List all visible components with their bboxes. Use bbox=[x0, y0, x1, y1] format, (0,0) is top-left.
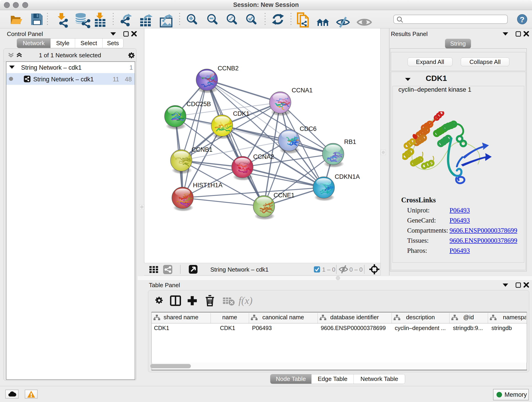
svg-text:0 – 0: 0 – 0 bbox=[349, 266, 363, 273]
svg-text:HIST1H1A: HIST1H1A bbox=[193, 182, 222, 189]
svg-text:CDKN1A: CDKN1A bbox=[335, 173, 360, 180]
svg-text:CDC25B: CDC25B bbox=[186, 101, 211, 108]
svg-text:String Network – cdk1: String Network – cdk1 bbox=[210, 266, 268, 273]
svg-text:RB1: RB1 bbox=[344, 138, 356, 145]
svg-text:CDK1: CDK1 bbox=[233, 110, 249, 117]
svg-text:CCNB2: CCNB2 bbox=[218, 65, 239, 72]
svg-text:CCNE1: CCNE1 bbox=[273, 192, 295, 199]
svg-text:CCNA2: CCNA2 bbox=[253, 153, 274, 160]
svg-text:1 – 0: 1 – 0 bbox=[322, 266, 336, 273]
svg-text:CCNA1: CCNA1 bbox=[292, 87, 313, 94]
svg-text:f(x): f(x) bbox=[239, 295, 253, 306]
svg-text:CDC6: CDC6 bbox=[300, 125, 317, 132]
svg-text:CCNB1: CCNB1 bbox=[191, 146, 213, 153]
